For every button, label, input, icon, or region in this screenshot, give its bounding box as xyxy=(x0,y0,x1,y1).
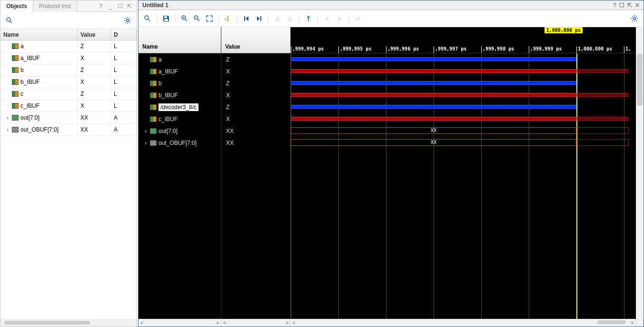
signal-value: XX xyxy=(226,140,234,146)
wave-signal-row[interactable]: b xyxy=(139,77,221,89)
signal-datatype: L xyxy=(111,89,137,99)
minimize-icon[interactable]: _ xyxy=(107,3,114,10)
signal-name: a_IBUF xyxy=(20,55,40,61)
popout-icon[interactable]: ⇱ xyxy=(126,3,133,10)
signal-icon xyxy=(12,43,19,49)
left-hscroll[interactable] xyxy=(0,319,137,327)
gear-icon[interactable] xyxy=(122,15,133,26)
signal-name: out[7:0] xyxy=(159,128,178,134)
zoom-fit-icon[interactable] xyxy=(204,13,215,24)
tab-protocol[interactable]: Protocol Inst xyxy=(33,0,77,12)
search-icon[interactable] xyxy=(142,13,153,24)
wave-header-value[interactable]: Value xyxy=(221,27,290,53)
header-name[interactable]: Name xyxy=(0,30,78,40)
next-marker-icon[interactable] xyxy=(334,13,345,24)
signal-row[interactable]: b_IBUFXL xyxy=(0,76,137,88)
help-icon[interactable]: ? xyxy=(98,3,104,10)
swap-cursors-icon[interactable] xyxy=(353,13,363,24)
wave-signal-row[interactable]: b_IBUF xyxy=(139,89,221,101)
tab-objects[interactable]: Objects xyxy=(0,0,33,12)
wave-signal-row[interactable]: a_IBUF xyxy=(139,65,221,77)
signal-row[interactable]: cZL xyxy=(0,88,137,100)
go-to-start-icon[interactable] xyxy=(241,13,252,24)
go-to-cursor-icon[interactable] xyxy=(223,13,233,24)
header-value[interactable]: Value xyxy=(78,30,111,40)
svg-line-12 xyxy=(198,19,199,21)
signal-value: X xyxy=(78,101,111,111)
signal-datatype: A xyxy=(111,124,137,135)
signal-icon xyxy=(150,81,157,86)
names-hscroll[interactable]: <> xyxy=(139,319,221,327)
wave-signal-row[interactable]: ›out_OBUF[7:0] xyxy=(139,137,221,149)
signal-row[interactable]: ›out[7:0]XXA xyxy=(0,112,137,124)
header-datatype[interactable]: D xyxy=(111,30,137,40)
waveform-bottom-scroll: <> <> < > xyxy=(139,319,644,327)
signal-value: XX xyxy=(78,124,111,135)
next-transition-icon[interactable] xyxy=(285,13,295,24)
expand-icon[interactable]: › xyxy=(5,114,10,121)
wave-signal-row[interactable]: ›out[7:0] xyxy=(139,125,221,137)
signal-datatype: L xyxy=(111,65,137,75)
waveform-bus xyxy=(576,127,629,134)
svg-point-2 xyxy=(127,19,129,21)
signal-icon xyxy=(150,128,157,134)
plot-hscroll[interactable]: < > xyxy=(291,319,636,327)
left-hscroll-thumb[interactable] xyxy=(4,321,90,325)
values-hscroll[interactable]: <> xyxy=(221,319,291,327)
zoom-in-icon[interactable] xyxy=(179,13,190,24)
wave-value-row: X xyxy=(221,89,290,101)
signal-icon xyxy=(12,79,19,85)
vscroll[interactable] xyxy=(636,27,644,319)
help-icon[interactable]: ? xyxy=(613,2,616,9)
time-tick: 1,000,000 ps xyxy=(576,46,612,53)
signal-icon xyxy=(150,69,157,74)
signal-datatype: L xyxy=(111,101,137,111)
signal-icon xyxy=(150,104,157,110)
signal-row[interactable]: aZL xyxy=(0,41,137,52)
objects-panel: Objects Protocol Inst ? _ ☐ ⇱ Name Value… xyxy=(0,0,137,327)
expand-icon[interactable]: › xyxy=(5,126,10,133)
time-tick: ,999,998 ps xyxy=(481,46,514,53)
expand-icon[interactable]: › xyxy=(143,140,148,146)
maximize-icon[interactable]: ☐ xyxy=(117,3,123,10)
signal-name: b_IBUF xyxy=(20,79,40,85)
vscroll-thumb[interactable] xyxy=(637,53,643,106)
signal-value: Z xyxy=(226,80,229,87)
time-tick: ,999,997 ps xyxy=(434,46,466,53)
prev-marker-icon[interactable] xyxy=(322,13,332,24)
signal-row[interactable]: bZL xyxy=(0,64,137,76)
waveform-trace xyxy=(291,117,576,121)
wave-signal-row[interactable]: /decoder3_8/c xyxy=(139,101,221,113)
signal-name: b xyxy=(20,67,24,73)
close-icon[interactable]: ✕ xyxy=(635,2,640,9)
wave-signal-row[interactable]: a xyxy=(139,53,221,65)
svg-point-0 xyxy=(7,18,10,21)
signal-row[interactable]: a_IBUFXL xyxy=(0,52,137,64)
add-marker-icon[interactable] xyxy=(303,13,314,24)
wave-time-ruler[interactable]: 1,000,000 ps ,999,994 ps,999,995 ps,999,… xyxy=(291,27,636,53)
maximize-icon[interactable]: ☐ xyxy=(619,2,624,9)
signal-name: out_OBUF[7:0] xyxy=(159,140,197,146)
signal-name: c_IBUF xyxy=(159,116,178,123)
waveform-plot[interactable]: XXXX xyxy=(291,53,636,319)
signal-name: out_OBUF[7:0] xyxy=(20,126,59,133)
popout-icon[interactable]: ⇱ xyxy=(627,2,632,9)
svg-rect-6 xyxy=(164,19,168,21)
signal-name: out[7:0] xyxy=(20,114,40,121)
gear-icon[interactable] xyxy=(629,13,640,24)
signal-row[interactable]: c_IBUFXL xyxy=(0,100,137,112)
prev-transition-icon[interactable] xyxy=(272,13,283,24)
signal-row[interactable]: ›out_OBUF[7:0]XXA xyxy=(0,124,137,136)
left-tabs: Objects Protocol Inst ? _ ☐ ⇱ xyxy=(0,0,137,12)
save-icon[interactable] xyxy=(161,13,171,24)
wave-header-name[interactable]: Name xyxy=(139,27,221,53)
zoom-out-icon[interactable] xyxy=(192,13,202,24)
time-tick: ,999,999 ps xyxy=(529,46,562,53)
search-icon[interactable] xyxy=(4,15,15,26)
svg-line-4 xyxy=(148,19,150,21)
plot-hscroll-thumb[interactable] xyxy=(597,320,626,324)
go-to-end-icon[interactable] xyxy=(254,13,264,24)
expand-icon[interactable]: › xyxy=(143,128,148,134)
wave-signal-row[interactable]: c_IBUF xyxy=(139,113,221,125)
wave-plot-column: 1,000,000 ps ,999,994 ps,999,995 ps,999,… xyxy=(291,27,636,319)
